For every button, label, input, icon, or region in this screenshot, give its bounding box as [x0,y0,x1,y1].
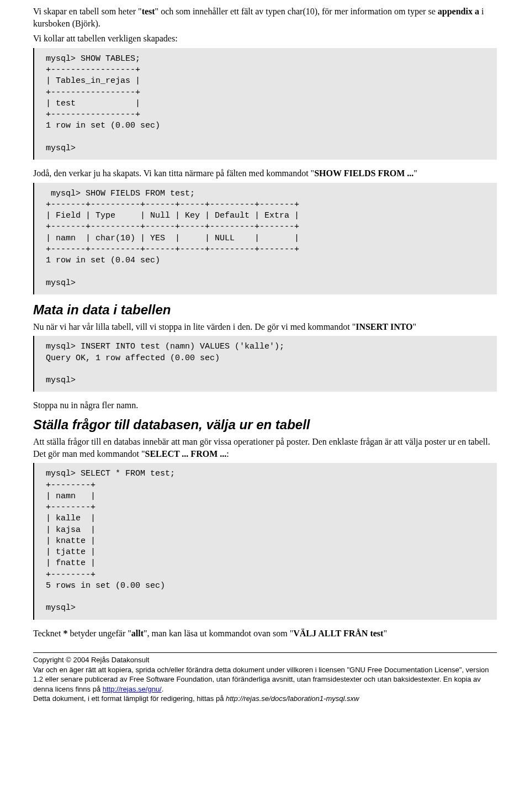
text: " [414,168,417,178]
code-block-insert: mysql> INSERT INTO test (namn) VALUES ('… [33,336,497,392]
bold-text: INSERT INTO [356,322,412,331]
text: . [162,685,164,693]
license-text: Var och en äger rätt att kopiera, sprida… [33,666,489,693]
text: ", man kan läsa ut kommandot ovan som " [144,629,293,638]
bold-text: SHOW FIELDS FROM ... [314,168,414,178]
bold-text: SELECT ... FROM ... [145,449,227,458]
paragraph: Att ställa frågor till en databas innebä… [33,436,497,460]
source-link: http://rejas.se/docs/laboration1-mysql.s… [226,694,359,703]
text: Nu när vi har vår lilla tabell, vill vi … [33,322,356,331]
text: Tecknet [33,629,63,638]
text: betyder ungefär " [67,629,131,638]
code-block-show-fields: mysql> SHOW FIELDS FROM test; +-------+-… [33,183,497,294]
heading-stalla-fragor: Ställa frågor till databasen, välja ur e… [33,417,497,433]
text: " [413,322,417,331]
paragraph: Stoppa nu in några fler namn. [33,399,497,412]
paragraph: Tecknet * betyder ungefär "allt", man ka… [33,628,497,640]
license-link[interactable]: http://rejas.se/gnu/ [103,685,162,693]
paragraph: Vi kollar att tabellen verkligen skapade… [33,33,497,45]
source-text: Detta dokument, i ett format lämpligt fö… [33,694,226,703]
paragraph: Jodå, den verkar ju ha skapats. Vi kan t… [33,167,497,180]
bold-text: appendix a [438,7,479,16]
code-block-show-tables: mysql> SHOW TABLES; +-----------------+ … [33,48,497,160]
bold-text: test [142,7,155,16]
code-block-select: mysql> SELECT * FROM test; +--------+ | … [33,463,497,619]
text: " [383,629,387,638]
text: : [226,449,229,458]
bold-text: allt [131,629,144,638]
bold-text: VÄLJ ALLT FRÅN test [293,629,383,638]
document-page: Vi skapar en tabell som heter "test" och… [0,0,530,709]
text: Jodå, den verkar ju ha skapats. Vi kan t… [33,168,314,178]
heading-mata-in-data: Mata in data i tabellen [33,302,497,318]
copyright-line: Copyright © 2004 Rejås Datakonsult [33,656,149,664]
text: Vi skapar en tabell som heter " [33,7,142,16]
text: " och som innehåller ett fält av typen c… [155,7,438,16]
paragraph: Nu när vi har vår lilla tabell, vill vi … [33,321,497,333]
paragraph-intro: Vi skapar en tabell som heter "test" och… [33,6,497,29]
footer: Copyright © 2004 Rejås Datakonsult Var o… [33,655,497,704]
footer-rule [33,652,497,653]
text: Att ställa frågor till en databas innebä… [33,437,490,458]
